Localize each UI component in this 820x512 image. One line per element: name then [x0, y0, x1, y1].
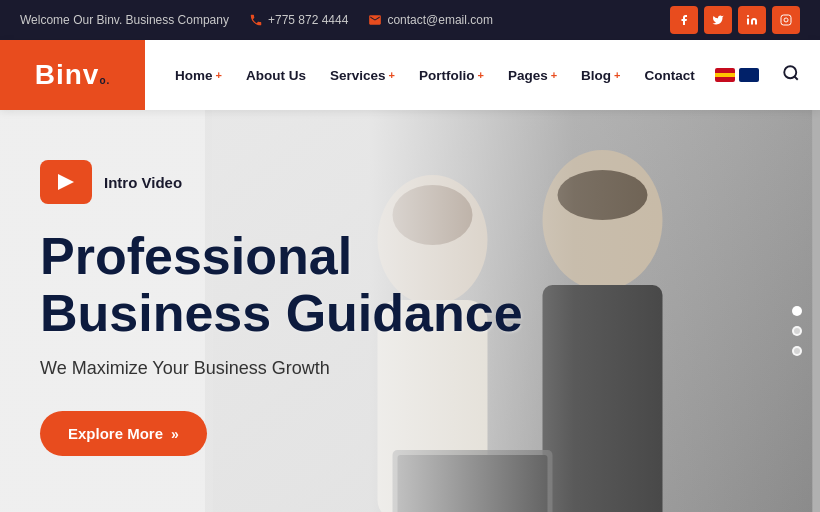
nav-services-plus: +: [389, 69, 395, 81]
instagram-btn[interactable]: [772, 6, 800, 34]
nav-blog[interactable]: Blog +: [571, 60, 630, 91]
hero-content: Intro Video Professional Business Guidan…: [0, 110, 580, 506]
svg-point-3: [784, 66, 796, 78]
flag-spanish[interactable]: [715, 68, 735, 82]
intro-video-button[interactable]: Intro Video: [40, 160, 540, 204]
slide-dot-2[interactable]: [792, 326, 802, 336]
logo-dot: o.: [99, 75, 110, 86]
nav-blog-plus: +: [614, 69, 620, 81]
logo[interactable]: Binvo.: [0, 40, 145, 110]
nav-contact[interactable]: Contact: [635, 60, 705, 91]
top-bar: Welcome Our Binv. Business Company +775 …: [0, 0, 820, 40]
language-flags: [715, 68, 759, 82]
hero-heading: Professional Business Guidance: [40, 228, 540, 342]
nav-services[interactable]: Services +: [320, 60, 405, 91]
header: Binvo. Home + About Us Services + Portfo…: [0, 40, 820, 110]
nav-home[interactable]: Home +: [165, 60, 232, 91]
nav-home-plus: +: [216, 69, 222, 81]
svg-point-0: [747, 15, 749, 17]
email-address: contact@email.com: [387, 13, 493, 27]
welcome-text: Welcome Our Binv. Business Company: [20, 13, 229, 27]
nav-portfolio[interactable]: Portfolio +: [409, 60, 494, 91]
phone-contact: +775 872 4444: [249, 13, 348, 27]
phone-number: +775 872 4444: [268, 13, 348, 27]
nav-pages-plus: +: [551, 69, 557, 81]
play-button[interactable]: [40, 160, 92, 204]
nav-pages[interactable]: Pages +: [498, 60, 567, 91]
flag-english[interactable]: [739, 68, 759, 82]
logo-text: Binvo.: [35, 59, 111, 91]
main-nav: Home + About Us Services + Portfolio + P…: [165, 60, 800, 91]
linkedin-btn[interactable]: [738, 6, 766, 34]
svg-rect-1: [781, 15, 791, 25]
slide-dot-3[interactable]: [792, 346, 802, 356]
explore-arrows: »: [171, 426, 179, 442]
email-contact: contact@email.com: [368, 13, 493, 27]
social-links: [670, 6, 800, 34]
facebook-btn[interactable]: [670, 6, 698, 34]
nav-portfolio-plus: +: [477, 69, 483, 81]
slide-dot-1[interactable]: [792, 306, 802, 316]
nav-about[interactable]: About Us: [236, 60, 316, 91]
hero-section: Intro Video Professional Business Guidan…: [0, 110, 820, 512]
intro-video-label: Intro Video: [104, 174, 182, 191]
phone-icon: [249, 13, 263, 27]
email-icon: [368, 13, 382, 27]
top-bar-left: Welcome Our Binv. Business Company +775 …: [20, 13, 493, 27]
hero-subheading: We Maximize Your Business Growth: [40, 358, 540, 379]
search-icon[interactable]: [782, 64, 800, 86]
explore-more-button[interactable]: Explore More »: [40, 411, 207, 456]
twitter-btn[interactable]: [704, 6, 732, 34]
play-icon: [58, 174, 74, 190]
slide-dots: [792, 306, 802, 356]
